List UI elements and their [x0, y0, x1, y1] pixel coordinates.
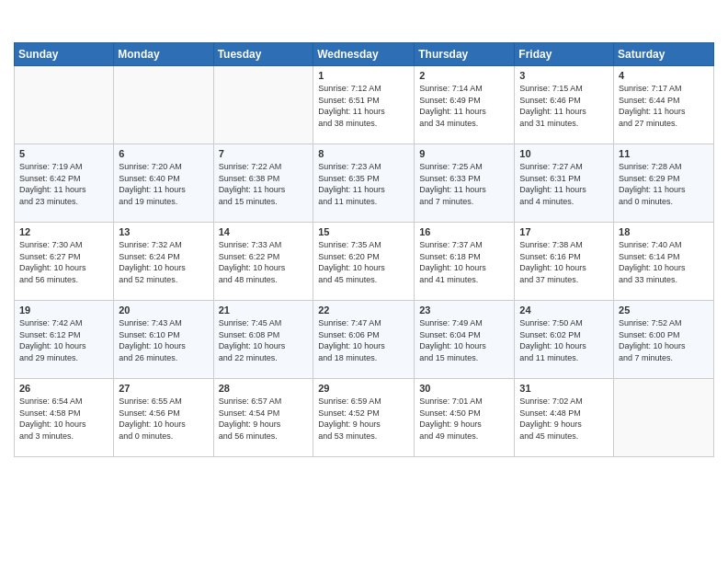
day-info: Sunrise: 7:14 AM Sunset: 6:49 PM Dayligh… [419, 83, 509, 129]
calendar-cell: 4Sunrise: 7:17 AM Sunset: 6:44 PM Daylig… [614, 66, 714, 144]
calendar-cell: 9Sunrise: 7:25 AM Sunset: 6:33 PM Daylig… [415, 144, 515, 223]
day-number: 17 [519, 226, 609, 237]
calendar-cell: 23Sunrise: 7:49 AM Sunset: 6:04 PM Dayli… [415, 301, 515, 379]
day-info: Sunrise: 7:49 AM Sunset: 6:04 PM Dayligh… [419, 317, 509, 363]
day-info: Sunrise: 7:37 AM Sunset: 6:18 PM Dayligh… [419, 239, 509, 285]
calendar-header-thursday: Thursday [415, 43, 515, 66]
day-info: Sunrise: 7:27 AM Sunset: 6:31 PM Dayligh… [519, 161, 609, 207]
day-info: Sunrise: 7:30 AM Sunset: 6:27 PM Dayligh… [19, 239, 108, 285]
calendar-cell: 20Sunrise: 7:43 AM Sunset: 6:10 PM Dayli… [114, 301, 213, 379]
calendar-cell: 12Sunrise: 7:30 AM Sunset: 6:27 PM Dayli… [15, 223, 114, 301]
calendar-header-tuesday: Tuesday [213, 43, 313, 66]
day-number: 24 [519, 304, 609, 316]
day-info: Sunrise: 7:12 AM Sunset: 6:51 PM Dayligh… [318, 83, 409, 129]
day-number: 15 [318, 226, 409, 237]
calendar-cell: 24Sunrise: 7:50 AM Sunset: 6:02 PM Dayli… [515, 301, 614, 379]
calendar-cell: 15Sunrise: 7:35 AM Sunset: 6:20 PM Dayli… [313, 223, 415, 301]
calendar-week-2: 5Sunrise: 7:19 AM Sunset: 6:42 PM Daylig… [15, 144, 714, 223]
calendar-cell [15, 66, 114, 144]
day-number: 11 [619, 148, 709, 159]
calendar-cell: 3Sunrise: 7:15 AM Sunset: 6:46 PM Daylig… [515, 66, 614, 144]
day-number: 12 [19, 226, 108, 237]
calendar-week-1: 1Sunrise: 7:12 AM Sunset: 6:51 PM Daylig… [15, 66, 714, 144]
day-info: Sunrise: 7:22 AM Sunset: 6:38 PM Dayligh… [219, 161, 309, 207]
day-number: 19 [19, 304, 108, 316]
calendar-cell: 18Sunrise: 7:40 AM Sunset: 6:14 PM Dayli… [614, 223, 714, 301]
calendar-header-friday: Friday [515, 43, 614, 66]
calendar-cell: 16Sunrise: 7:37 AM Sunset: 6:18 PM Dayli… [415, 223, 515, 301]
calendar-cell: 7Sunrise: 7:22 AM Sunset: 6:38 PM Daylig… [213, 144, 313, 223]
day-number: 3 [519, 70, 609, 81]
calendar-cell: 6Sunrise: 7:20 AM Sunset: 6:40 PM Daylig… [114, 144, 213, 223]
day-info: Sunrise: 6:55 AM Sunset: 4:56 PM Dayligh… [119, 396, 208, 442]
day-number: 26 [19, 383, 108, 394]
day-info: Sunrise: 7:50 AM Sunset: 6:02 PM Dayligh… [519, 317, 609, 363]
calendar-cell: 29Sunrise: 6:59 AM Sunset: 4:52 PM Dayli… [313, 379, 415, 457]
logo [14, 9, 43, 35]
day-info: Sunrise: 7:02 AM Sunset: 4:48 PM Dayligh… [519, 396, 609, 442]
calendar-week-3: 12Sunrise: 7:30 AM Sunset: 6:27 PM Dayli… [15, 223, 714, 301]
day-number: 16 [419, 226, 509, 237]
day-number: 13 [119, 226, 208, 237]
day-number: 2 [419, 70, 509, 81]
page-container: SundayMondayTuesdayWednesdayThursdayFrid… [0, 0, 728, 466]
header [14, 9, 714, 35]
calendar-cell: 14Sunrise: 7:33 AM Sunset: 6:22 PM Dayli… [213, 223, 313, 301]
day-number: 20 [119, 304, 208, 316]
day-number: 21 [219, 304, 309, 316]
day-info: Sunrise: 7:17 AM Sunset: 6:44 PM Dayligh… [619, 83, 709, 129]
calendar-cell: 30Sunrise: 7:01 AM Sunset: 4:50 PM Dayli… [415, 379, 515, 457]
calendar-header-row: SundayMondayTuesdayWednesdayThursdayFrid… [15, 43, 714, 66]
calendar-cell: 11Sunrise: 7:28 AM Sunset: 6:29 PM Dayli… [614, 144, 714, 223]
day-number: 4 [619, 70, 709, 81]
calendar-cell: 31Sunrise: 7:02 AM Sunset: 4:48 PM Dayli… [515, 379, 614, 457]
calendar-table: SundayMondayTuesdayWednesdayThursdayFrid… [14, 42, 714, 457]
calendar-cell: 10Sunrise: 7:27 AM Sunset: 6:31 PM Dayli… [515, 144, 614, 223]
calendar-cell: 5Sunrise: 7:19 AM Sunset: 6:42 PM Daylig… [15, 144, 114, 223]
calendar-header-saturday: Saturday [614, 43, 714, 66]
calendar-cell: 17Sunrise: 7:38 AM Sunset: 6:16 PM Dayli… [515, 223, 614, 301]
day-number: 5 [19, 148, 108, 159]
day-info: Sunrise: 7:47 AM Sunset: 6:06 PM Dayligh… [318, 317, 409, 363]
calendar-week-4: 19Sunrise: 7:42 AM Sunset: 6:12 PM Dayli… [15, 301, 714, 379]
day-number: 8 [318, 148, 409, 159]
calendar-cell: 26Sunrise: 6:54 AM Sunset: 4:58 PM Dayli… [15, 379, 114, 457]
day-info: Sunrise: 7:01 AM Sunset: 4:50 PM Dayligh… [419, 396, 509, 442]
day-info: Sunrise: 7:38 AM Sunset: 6:16 PM Dayligh… [519, 239, 609, 285]
day-info: Sunrise: 7:28 AM Sunset: 6:29 PM Dayligh… [619, 161, 709, 207]
day-info: Sunrise: 7:43 AM Sunset: 6:10 PM Dayligh… [119, 317, 208, 363]
day-number: 1 [318, 70, 409, 81]
logo-icon [14, 9, 40, 35]
day-number: 6 [119, 148, 208, 159]
day-info: Sunrise: 7:15 AM Sunset: 6:46 PM Dayligh… [519, 83, 609, 129]
day-info: Sunrise: 7:35 AM Sunset: 6:20 PM Dayligh… [318, 239, 409, 285]
day-number: 18 [619, 226, 709, 237]
day-number: 28 [219, 383, 309, 394]
calendar-cell: 27Sunrise: 6:55 AM Sunset: 4:56 PM Dayli… [114, 379, 213, 457]
day-number: 25 [619, 304, 709, 316]
day-number: 7 [219, 148, 309, 159]
calendar-header-sunday: Sunday [15, 43, 114, 66]
day-info: Sunrise: 6:57 AM Sunset: 4:54 PM Dayligh… [219, 396, 309, 442]
day-number: 14 [219, 226, 309, 237]
day-info: Sunrise: 7:25 AM Sunset: 6:33 PM Dayligh… [419, 161, 509, 207]
calendar-cell [614, 379, 714, 457]
day-info: Sunrise: 6:59 AM Sunset: 4:52 PM Dayligh… [318, 396, 409, 442]
calendar-cell: 2Sunrise: 7:14 AM Sunset: 6:49 PM Daylig… [415, 66, 515, 144]
day-info: Sunrise: 7:52 AM Sunset: 6:00 PM Dayligh… [619, 317, 709, 363]
day-info: Sunrise: 7:33 AM Sunset: 6:22 PM Dayligh… [219, 239, 309, 285]
calendar-cell [114, 66, 213, 144]
calendar-cell: 22Sunrise: 7:47 AM Sunset: 6:06 PM Dayli… [313, 301, 415, 379]
day-info: Sunrise: 7:32 AM Sunset: 6:24 PM Dayligh… [119, 239, 208, 285]
calendar-cell: 1Sunrise: 7:12 AM Sunset: 6:51 PM Daylig… [313, 66, 415, 144]
day-number: 10 [519, 148, 609, 159]
day-info: Sunrise: 7:45 AM Sunset: 6:08 PM Dayligh… [219, 317, 309, 363]
day-info: Sunrise: 7:23 AM Sunset: 6:35 PM Dayligh… [318, 161, 409, 207]
day-number: 27 [119, 383, 208, 394]
day-number: 30 [419, 383, 509, 394]
day-info: Sunrise: 6:54 AM Sunset: 4:58 PM Dayligh… [19, 396, 108, 442]
day-number: 22 [318, 304, 409, 316]
day-number: 23 [419, 304, 509, 316]
day-number: 31 [519, 383, 609, 394]
day-info: Sunrise: 7:42 AM Sunset: 6:12 PM Dayligh… [19, 317, 108, 363]
